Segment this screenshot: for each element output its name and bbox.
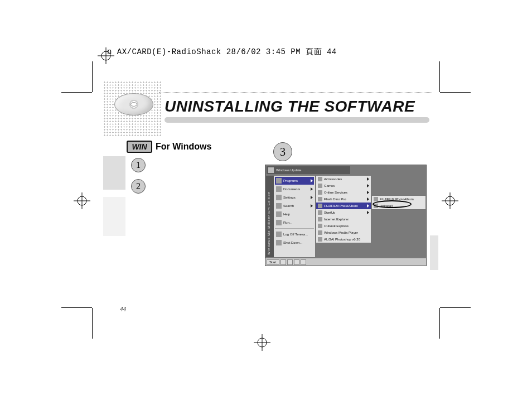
submenu-arrow-icon [367,197,369,201]
start-menu: Windows Me Millennium Edition ProgramsDo… [265,175,316,258]
crop-mark [61,92,92,93]
menu-item-label: Search [283,204,294,208]
menu-item-icon [276,203,282,209]
submenu-item: Accessories [316,176,371,182]
menu-item-label: FUJIFILM PhotoAlbum [380,197,414,201]
menu-item-icon [276,240,282,245]
menu-item-label: Programs [283,179,298,182]
margin-block [103,156,125,190]
page-number: 44 [120,306,126,312]
menu-item-icon [318,190,322,195]
programs-submenu: AccessoriesGamesOnline ServicesFlash Din… [316,175,371,243]
menu-item-label: Outlook Express [324,224,349,228]
submenu-item: FUJIFILM PhotoAlbum [316,203,371,209]
menu-item-icon [318,230,322,235]
start-menu-item: Help [275,210,314,218]
menu-item-label: StartUp [324,211,335,214]
margin-block [103,197,125,236]
submenu-item: Windows Media Player [316,229,371,236]
menu-item-label: Internet Explorer [324,218,349,221]
menu-item-label: Windows Media Player [324,231,358,234]
menu-item-icon [276,232,282,237]
quicklaunch-icon [280,259,286,265]
submenu-arrow-icon [311,187,313,191]
menu-item-icon [318,237,322,242]
start-menu-strip: Windows Me Millennium Edition [266,176,274,257]
registration-mark-icon [442,192,458,209]
crop-mark [92,61,93,92]
submenu-arrow-icon [367,204,369,208]
win-code: WIN [127,141,152,153]
page-frame: UNINSTALLING THE SOFTWARE WIN For Window… [103,70,432,315]
menu-item-icon [318,184,322,188]
step-1-badge: 1 [131,158,146,172]
menu-item-label: Documents [283,187,300,191]
start-menu-item: Settings [275,194,314,201]
menu-item-icon [276,186,282,192]
menu-item-icon [318,210,322,215]
start-menu-item: Programs [275,177,314,185]
menu-item-label: Uninstall [380,204,393,208]
crop-mark [92,308,93,339]
menu-item-icon [318,224,322,228]
menu-item-label: Online Services [324,191,347,194]
start-menu-item: Run... [275,219,314,226]
section-title: UNINSTALLING THE SOFTWARE [165,98,415,115]
cd-icon [114,93,153,115]
menu-item-icon [318,217,322,221]
submenu-item: StartUp [316,209,371,216]
start-button: Start [267,259,279,265]
quicklaunch-icon [301,259,306,265]
submenu-arrow-icon [367,191,369,194]
submenu-arrow-icon [311,204,313,208]
submenu-arrow-icon [367,184,369,187]
win-badge: WIN For Windows [127,141,211,153]
submenu-arrow-icon [367,211,369,214]
menu-item-icon [374,197,378,201]
menu-item-label: Shut Down... [283,241,302,244]
start-menu-item: Log Off Teresa... [275,230,314,238]
submenu-item: ALiSAI Photoshop v6.20 [316,236,371,243]
taskbar: Start [265,258,426,266]
submenu-item: Flash Dino Pro [316,196,371,203]
step-3-badge: 3 [273,142,292,161]
menu-item-icon [276,195,282,200]
submenu-item: Outlook Express [316,223,371,229]
crop-mark [439,308,440,339]
menu-separator [275,228,314,229]
menu-item-label: Settings [283,196,296,199]
product-submenu: FUJIFILM PhotoAlbumUninstall [371,195,426,210]
title-underline [165,117,429,123]
menu-item-icon [318,197,322,201]
menu-item-icon [276,178,282,184]
submenu-item: Uninstall [372,203,425,209]
crop-mark [440,307,471,308]
start-menu-item: Documents [275,185,314,193]
submenu-item: Internet Explorer [316,216,371,223]
menu-item-label: Run... [283,221,292,224]
menu-item-icon [276,220,282,225]
windows-screenshot: Windows Update Windows Me Millennium Edi… [265,165,427,266]
menu-item-icon [318,177,322,181]
menu-item-label: Accessories [324,177,342,181]
submenu-item: Games [316,182,371,189]
menu-item-label: Flash Dino Pro [324,197,346,201]
windows-update-icon [268,167,274,173]
menu-item-label: Log Off Teresa... [283,233,308,236]
screenshot-topbar: Windows Update [267,166,350,174]
registration-mark-icon [74,192,90,209]
start-menu-item: Shut Down... [275,239,314,247]
menu-item-label: FUJIFILM PhotoAlbum [324,204,358,208]
crop-mark [440,92,471,93]
submenu-arrow-icon [367,177,369,181]
menu-item-icon [318,204,322,208]
step-2-badge: 2 [131,179,146,194]
slug-line: n AX/CARD(E)-RadioShack 28/6/02 3:45 PM … [107,47,337,57]
registration-mark-icon [254,334,270,351]
crop-mark [439,61,440,92]
quicklaunch-icon [287,259,293,265]
crop-mark [61,307,92,308]
menu-item-icon [374,204,378,208]
submenu-arrow-icon [311,196,313,199]
start-menu-strip-text: Windows Me Millennium Edition [267,191,270,255]
